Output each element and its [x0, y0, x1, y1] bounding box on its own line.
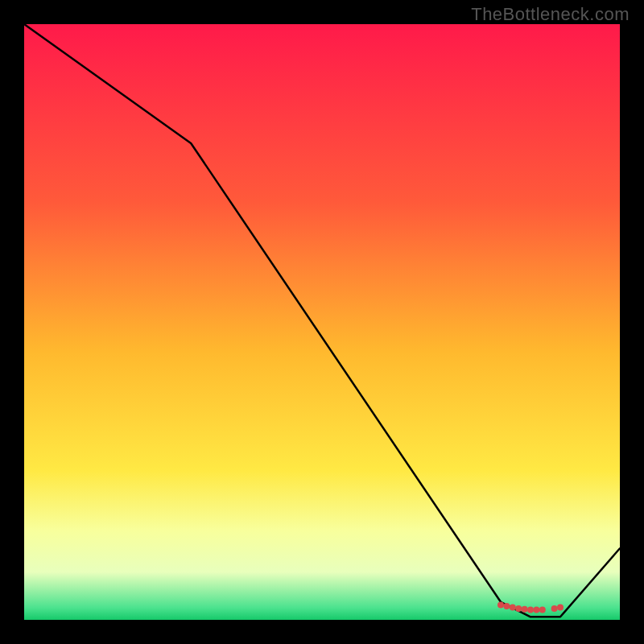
chart-marker	[539, 606, 546, 613]
chart-marker	[503, 603, 510, 609]
chart-markers	[497, 602, 564, 613]
chart-marker	[510, 604, 516, 610]
chart-marker	[522, 606, 528, 613]
chart-marker	[497, 602, 504, 609]
chart-marker	[515, 605, 522, 612]
chart-marker	[527, 606, 534, 613]
chart-plot-area	[24, 24, 620, 620]
chart-marker	[533, 606, 539, 613]
chart-curve	[24, 24, 620, 617]
watermark-text: TheBottleneck.com	[471, 4, 630, 25]
chart-line-layer	[24, 24, 620, 620]
chart-marker	[557, 604, 564, 610]
chart-marker	[551, 605, 558, 612]
